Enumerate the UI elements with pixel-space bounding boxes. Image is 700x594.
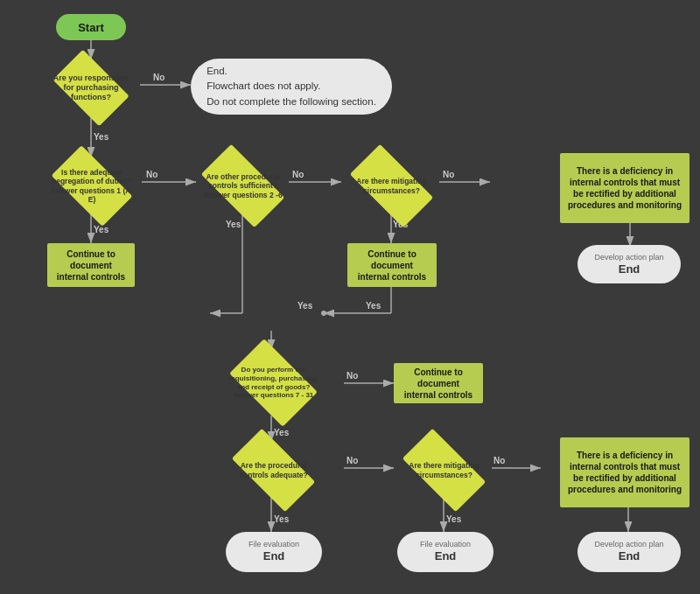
action2-node: Develop action planEnd [578,532,681,572]
doc3-box: Continue to document internal controls [394,363,483,403]
doc1-box: Continue to document internal controls [47,243,135,287]
svg-text:No: No [346,456,358,465]
deficiency2-label: There is a deficiency in internal contro… [567,450,682,495]
svg-text:Yes: Yes [274,428,290,437]
end-na-label: End. Flowchart does not apply. Do not co… [206,64,376,109]
diamond-d2: Is there adequate segregation of duties?… [44,157,140,214]
svg-text:Yes: Yes [274,514,290,524]
svg-point-32 [321,311,326,316]
diamond-d1: Are you responsible for purchasing funct… [47,59,135,116]
svg-text:Yes: Yes [366,301,382,311]
file1-node: File evaluationEnd [226,532,322,572]
svg-text:Yes: Yes [298,301,313,311]
end-na-box: End. Flowchart does not apply. Do not co… [191,59,392,115]
d3-label: Are other procedural controls sufficient… [196,172,290,199]
doc2-box: Continue to document internal controls [347,243,437,287]
diamond-d4: Are there mitigating circumstances? [341,157,442,214]
svg-text:No: No [494,456,505,465]
diamond-d6: Are the procedural controls adequate? [223,442,324,499]
svg-text:No: No [292,170,304,179]
svg-text:No: No [443,170,454,179]
flowchart: No Yes No Yes No Yes No Yes Yes Yes No Y… [0,0,700,594]
doc1-label: Continue to document internal controls [54,248,128,283]
d2-label: Is there adequate segregation of duties?… [47,168,136,204]
diamond-d7: Are there mitigating circumstances? [394,442,494,499]
svg-text:Yes: Yes [94,225,109,234]
d4-label: Are there mitigating circumstances? [345,177,438,194]
svg-text:Yes: Yes [226,220,242,229]
diamond-d3: Are other procedural controls sufficient… [192,157,293,214]
svg-text:No: No [346,371,358,381]
svg-text:No: No [153,73,164,82]
svg-text:Yes: Yes [446,514,462,524]
d1-label: Are you responsible for purchasing funct… [52,73,130,101]
doc2-label: Continue to document internal controls [354,248,430,283]
svg-text:Yes: Yes [94,132,109,142]
svg-text:No: No [146,170,158,179]
file2-node: File evaluationEnd [397,532,494,572]
deficiency1-label: There is a deficiency in internal contro… [567,165,682,211]
start-label: Start [78,21,104,34]
start-node: Start [56,14,126,40]
d7-label: Are there mitigating circumstances? [397,461,491,479]
diamond-d5: Do you perform the requisitioning, purch… [223,350,324,416]
deficiency2-box: There is a deficiency in internal contro… [560,437,690,507]
d6-label: Are the procedural controls adequate? [227,461,320,479]
d5-label: Do you perform the requisitioning, purch… [227,366,320,399]
doc3-label: Continue to document internal controls [401,367,476,401]
action1-node: Develop action planEnd [578,245,681,283]
deficiency1-box: There is a deficiency in internal contro… [560,153,690,223]
